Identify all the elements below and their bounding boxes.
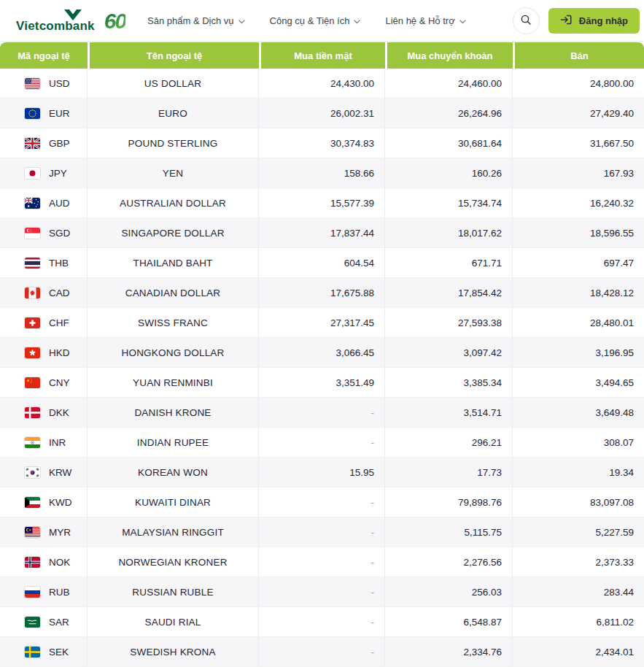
sell-value: 83,097.08 (513, 487, 644, 517)
search-button[interactable] (513, 7, 540, 34)
kw-flag-icon (25, 497, 40, 508)
buy-cash-value: 17,675.88 (259, 278, 385, 308)
currency-name: SINGAPORE DOLLAR (88, 218, 259, 248)
column-header-sell: Bán (513, 42, 644, 69)
buy-cash-value: - (259, 547, 385, 577)
dk-flag-icon (25, 407, 40, 418)
buy-transfer-value: 2,276.56 (385, 547, 513, 577)
nav-item-tools-utilities[interactable]: Công cụ & Tiện ích (270, 15, 361, 26)
currency-code: KWD (49, 497, 72, 508)
currency-code: NOK (49, 557, 70, 568)
currency-name: SAUDI RIAL (88, 607, 259, 637)
currency-code: HKD (49, 347, 70, 358)
currency-code: KRW (49, 467, 71, 478)
sell-value: 283.44 (513, 577, 644, 607)
sell-value: 3,196.95 (513, 338, 644, 368)
buy-cash-value: 3,351.49 (259, 368, 385, 398)
currency-code: THB (49, 258, 69, 269)
table-row: EUR EURO 26,002.31 26,264.96 27,429.40 (0, 99, 644, 128)
buy-cash-value: - (259, 577, 385, 607)
buy-cash-value: - (259, 428, 385, 458)
buy-transfer-value: 160.26 (385, 158, 513, 188)
column-header-buy-transfer: Mua chuyển khoản (385, 42, 513, 69)
currency-code: CNY (49, 377, 70, 388)
login-button[interactable]: Đăng nhập (548, 8, 640, 34)
sell-value: 2,434.01 (513, 637, 644, 667)
sell-value: 28,480.01 (513, 308, 644, 338)
no-flag-icon (25, 557, 40, 568)
sa-flag-icon (25, 617, 40, 628)
sell-value: 16,240.32 (513, 188, 644, 218)
buy-transfer-value: 256.03 (385, 577, 513, 607)
ru-flag-icon (25, 587, 40, 598)
rate-table-header: Mã ngoại tệ Tên ngoại tệ Mua tiền mặt Mu… (0, 42, 644, 69)
kr-flag-icon (25, 467, 40, 478)
vietcombank-logo[interactable]: Vietcombank 60 (16, 9, 125, 32)
table-row: SGD SINGAPORE DOLLAR 17,837.44 18,017.62… (0, 218, 644, 248)
currency-code: SEK (49, 647, 69, 658)
sg-flag-icon (25, 228, 40, 239)
currency-name: HONGKONG DOLLAR (88, 338, 259, 368)
buy-transfer-value: 17.73 (385, 458, 513, 487)
buy-transfer-value: 3,385.34 (385, 368, 513, 398)
currency-code: CHF (49, 317, 69, 328)
sell-value: 27,429.40 (513, 99, 644, 128)
table-row: DKK DANISH KRONE - 3,514.71 3,649.48 (0, 398, 644, 428)
currency-name: POUND STERLING (88, 128, 259, 158)
column-header-buy-cash: Mua tiền mặt (259, 42, 385, 69)
hk-flag-icon (25, 347, 40, 358)
top-navigation-bar: Vietcombank 60 Sản phẩm & Dịch vụ Công c… (0, 0, 644, 42)
buy-transfer-value: 296.21 (385, 428, 513, 458)
buy-transfer-value: 24,460.00 (385, 69, 513, 99)
nav-item-label: Công cụ & Tiện ích (270, 15, 350, 26)
buy-cash-value: - (259, 517, 385, 547)
chevron-down-icon (459, 15, 466, 26)
buy-transfer-value: 30,681.64 (385, 128, 513, 158)
buy-transfer-value: 27,593.38 (385, 308, 513, 338)
eu-flag-icon (25, 108, 40, 119)
buy-transfer-value: 5,115.75 (385, 517, 513, 547)
buy-cash-value: 604.54 (259, 248, 385, 278)
au-flag-icon (25, 198, 40, 209)
buy-transfer-value: 15,734.74 (385, 188, 513, 218)
sell-value: 18,428.12 (513, 278, 644, 308)
currency-code: INR (49, 437, 66, 448)
table-row: KRW KOREAN WON 15.95 17.73 19.34 (0, 458, 644, 487)
table-row: HKD HONGKONG DOLLAR 3,066.45 3,097.42 3,… (0, 338, 644, 368)
column-header-currency-code: Mã ngoại tệ (0, 42, 88, 69)
buy-cash-value: - (259, 398, 385, 428)
sell-value: 3,494.65 (513, 368, 644, 398)
currency-code: SAR (49, 617, 69, 628)
currency-name: AUSTRALIAN DOLLAR (88, 188, 259, 218)
sell-value: 24,800.00 (513, 69, 644, 99)
table-row: NOK NORWEGIAN KRONER - 2,276.56 2,373.33 (0, 547, 644, 577)
buy-cash-value: 17,837.44 (259, 218, 385, 248)
currency-code: USD (49, 78, 70, 89)
currency-name: MALAYSIAN RINGGIT (88, 517, 259, 547)
currency-code: GBP (49, 138, 70, 149)
currency-name: NORWEGIAN KRONER (88, 547, 259, 577)
currency-name: YUAN RENMINBI (88, 368, 259, 398)
nav-item-products-services[interactable]: Sản phẩm & Dịch vụ (147, 15, 245, 26)
nav-item-contact-support[interactable]: Liên hệ & Hỗ trợ (385, 15, 465, 26)
buy-cash-value: 3,066.45 (259, 338, 385, 368)
table-row: RUB RUSSIAN RUBLE - 256.03 283.44 (0, 577, 644, 607)
currency-name: INDIAN RUPEE (88, 428, 259, 458)
currency-code: JPY (49, 168, 67, 179)
us-flag-icon (25, 78, 40, 89)
table-row: CNY YUAN RENMINBI 3,351.49 3,385.34 3,49… (0, 368, 644, 398)
currency-name: SWEDISH KRONA (88, 637, 259, 667)
currency-name: RUSSIAN RUBLE (88, 577, 259, 607)
currency-code: MYR (49, 527, 71, 538)
buy-cash-value: - (259, 637, 385, 667)
table-row: SAR SAUDI RIAL - 6,548.87 6,811.02 (0, 607, 644, 637)
currency-code: SGD (49, 228, 70, 239)
nav-item-label: Sản phẩm & Dịch vụ (147, 15, 234, 26)
currency-code: AUD (49, 198, 70, 209)
table-row: CHF SWISS FRANC 27,317.45 27,593.38 28,4… (0, 308, 644, 338)
buy-transfer-value: 18,017.62 (385, 218, 513, 248)
sell-value: 5,227.59 (513, 517, 644, 547)
nav-item-label: Liên hệ & Hỗ trợ (385, 15, 454, 26)
buy-cash-value: 24,430.00 (259, 69, 385, 99)
brand-name: Vietcombank (16, 9, 95, 32)
